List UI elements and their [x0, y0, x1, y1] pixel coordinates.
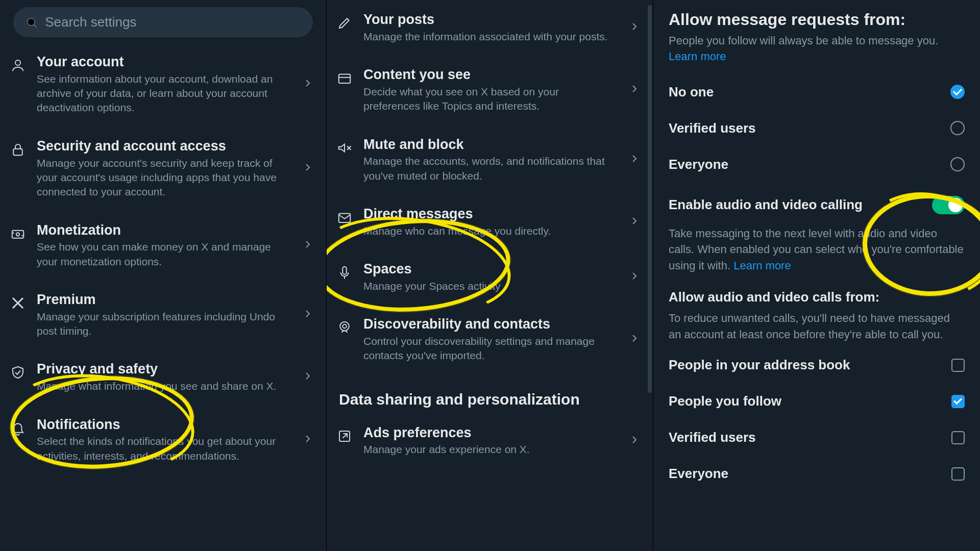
row-title: Spaces: [363, 261, 618, 278]
checkbox-control[interactable]: [951, 431, 965, 444]
row-title: Your posts: [363, 11, 618, 29]
left-item-monetization[interactable]: Monetization See how you can make money …: [0, 211, 326, 280]
search-icon: [26, 16, 38, 29]
chevron-right-icon: [302, 370, 314, 384]
radio-control[interactable]: [950, 121, 965, 135]
row-desc: Manage the accounts, words, and notifica…: [363, 154, 618, 183]
row-desc: Manage who can message you directly.: [363, 224, 618, 238]
x-logo-icon: [9, 294, 27, 312]
money-icon: [9, 225, 27, 242]
mid-item-content-you-see[interactable]: Content you see Decide what you see on X…: [327, 55, 653, 124]
allow-calls-header: Allow audio and video calls from:: [653, 278, 980, 308]
row-desc: See how you can make money on X and mana…: [37, 240, 291, 269]
row-title: Security and account access: [37, 138, 291, 155]
radio-control[interactable]: [950, 85, 965, 99]
chevron-right-icon: [628, 20, 641, 35]
row-title: Direct messages: [363, 206, 618, 223]
toggle-calling-label: Enable audio and video calling: [669, 197, 863, 213]
allow-calls-sub: To reduce unwanted calls, you'll need to…: [653, 308, 980, 347]
checkbox-control[interactable]: [951, 359, 965, 372]
chevron-right-icon: [628, 332, 641, 346]
row-desc: Select the kinds of notifications you ge…: [37, 434, 291, 463]
radio-verified-users[interactable]: Verified users: [653, 110, 980, 146]
mic-icon: [336, 264, 353, 281]
chevron-right-icon: [628, 83, 641, 97]
check-label: Everyone: [669, 466, 728, 482]
check-label: Verified users: [669, 430, 756, 445]
mail-icon: [336, 209, 353, 226]
check-people-you-follow[interactable]: People you follow: [653, 383, 980, 419]
row-title: Discoverability and contacts: [363, 316, 618, 333]
mid-item-mute-and-block[interactable]: Mute and block Manage the accounts, word…: [327, 125, 653, 194]
chevron-right-icon: [302, 77, 314, 91]
card-icon: [336, 69, 353, 87]
row-title: Your account: [37, 54, 291, 71]
check-people-in-your-address-book[interactable]: People in your address book: [653, 347, 980, 383]
allow-requests-header: Allow message requests from:: [653, 0, 980, 33]
check-label: People in your address book: [669, 357, 850, 373]
section-data-sharing: Data sharing and personalization: [327, 374, 653, 413]
left-item-notifications[interactable]: Notifications Select the kinds of notifi…: [0, 405, 326, 474]
external-icon: [336, 428, 353, 445]
chevron-right-icon: [302, 238, 314, 253]
user-icon: [9, 57, 27, 74]
check-label: People you follow: [669, 393, 781, 409]
pencil-icon: [336, 14, 353, 32]
radio-label: Verified users: [669, 120, 756, 136]
chevron-right-icon: [628, 153, 641, 167]
shield-icon: [9, 364, 27, 381]
row-desc: Decide what you see on X based on your p…: [363, 85, 618, 114]
mid-item-direct-messages[interactable]: Direct messages Manage who can message y…: [327, 194, 653, 249]
chevron-right-icon: [302, 161, 314, 176]
row-desc: Manage your subscription features includ…: [37, 310, 291, 339]
checkbox-control[interactable]: [951, 467, 965, 481]
row-title: Premium: [37, 291, 291, 309]
mid-desc: Manage your ads experience on X.: [363, 442, 618, 457]
contacts-icon: [336, 319, 353, 336]
row-desc: Manage your Spaces activity: [363, 279, 618, 293]
mid-title: Ads preferences: [363, 424, 618, 442]
chevron-right-icon: [628, 434, 641, 448]
row-title: Privacy and safety: [37, 361, 291, 378]
chevron-right-icon: [302, 308, 314, 322]
radio-label: Everyone: [669, 157, 728, 172]
row-desc: See information about your account, down…: [37, 72, 291, 115]
row-title: Monetization: [37, 222, 291, 239]
checkbox-control[interactable]: [951, 395, 965, 408]
learn-more-link-2[interactable]: Learn more: [733, 259, 791, 272]
left-item-privacy-and-safety[interactable]: Privacy and safety Manage what informati…: [0, 349, 326, 405]
allow-requests-sub: People you follow will always be able to…: [653, 33, 980, 74]
learn-more-link[interactable]: Learn more: [669, 50, 726, 63]
row-title: Notifications: [37, 416, 291, 434]
left-item-your-account[interactable]: Your account See information about your …: [0, 42, 326, 127]
left-item-security-and-account-access[interactable]: Security and account access Manage your …: [0, 127, 326, 211]
chevron-right-icon: [302, 433, 314, 447]
check-verified-users[interactable]: Verified users: [653, 419, 980, 456]
toggle-calling-desc: Take messaging to the next level with au…: [653, 219, 980, 279]
row-title: Content you see: [363, 66, 618, 84]
row-title: Mute and block: [363, 136, 618, 154]
lock-icon: [9, 141, 27, 158]
search-settings[interactable]: [13, 7, 313, 37]
row-desc: Manage what information you see and shar…: [37, 379, 291, 393]
bell-icon: [9, 419, 27, 437]
radio-control[interactable]: [950, 157, 965, 171]
mid-item-your-posts[interactable]: Your posts Manage the information associ…: [327, 0, 653, 55]
row-desc: Manage your account's security and keep …: [37, 156, 291, 199]
chevron-right-icon: [628, 215, 641, 229]
mid-item-ads[interactable]: Ads preferences Manage your ads experien…: [327, 413, 653, 468]
row-desc: Manage the information associated with y…: [363, 30, 618, 44]
mid-item-spaces[interactable]: Spaces Manage your Spaces activity: [327, 249, 653, 305]
search-input[interactable]: [45, 14, 301, 30]
mid-item-discoverability-and-contacts[interactable]: Discoverability and contacts Control you…: [327, 305, 653, 374]
toggle-calling[interactable]: [932, 196, 965, 214]
radio-everyone[interactable]: Everyone: [653, 146, 980, 183]
row-desc: Control your discoverability settings an…: [363, 334, 618, 363]
radio-no-one[interactable]: No one: [653, 74, 980, 110]
left-item-premium[interactable]: Premium Manage your subscription feature…: [0, 280, 326, 349]
radio-label: No one: [669, 84, 714, 100]
chevron-right-icon: [628, 270, 641, 284]
check-everyone[interactable]: Everyone: [653, 456, 980, 492]
mute-icon: [336, 139, 353, 157]
